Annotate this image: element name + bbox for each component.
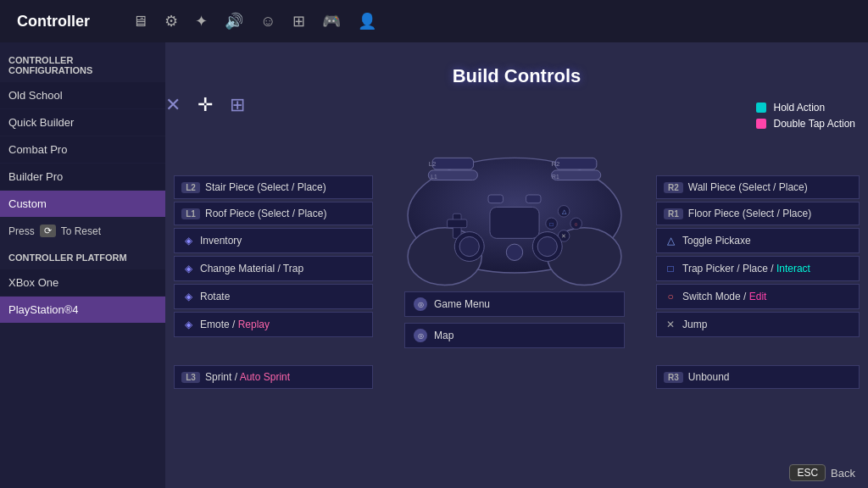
mode-plus-icon[interactable]: ✛ — [198, 94, 213, 116]
svg-rect-9 — [490, 208, 539, 239]
platform-ps4[interactable]: PlayStation®4 — [0, 297, 165, 323]
r3-action[interactable]: R3 Unbound — [656, 365, 860, 389]
svg-rect-5 — [432, 158, 473, 169]
auto-sprint-highlight: Auto Sprint — [240, 371, 290, 383]
nav-monitor-icon[interactable]: 🖥 — [132, 13, 147, 30]
rotate-icon: ◈ — [181, 290, 195, 303]
l1-label: Roof Piece (Select / Place) — [205, 208, 326, 219]
controller-area: L2 R2 L1 R1 △ ○ □ ✕ ◎ Game Menu — [373, 125, 656, 488]
svg-text:R1: R1 — [552, 174, 559, 180]
nav-sound-icon[interactable]: 🔊 — [225, 12, 243, 30]
top-nav-bar: Controller 🖥 ⚙ ✦ 🔊 ☺ ⊞ 🎮 👤 — [0, 0, 868, 42]
r3-badge: R3 — [664, 372, 683, 383]
game-menu-icon: ◎ — [414, 297, 427, 311]
unbound-label: Unbound — [688, 371, 730, 383]
nav-settings-icon[interactable]: ⚙ — [164, 12, 178, 30]
triangle-icon: △ — [664, 234, 677, 247]
inventory-label: Inventory — [200, 235, 242, 247]
change-material-action[interactable]: ◈ Change Material / Trap — [174, 256, 373, 281]
esc-label: Back — [831, 467, 855, 480]
trap-picker-action[interactable]: □ Trap Picker / Place / Interact — [656, 256, 860, 281]
map-label: Map — [434, 330, 453, 341]
rotate-label: Rotate — [200, 291, 230, 302]
reset-icon: ⟳ — [40, 225, 56, 237]
nav-accessibility-icon[interactable]: ☺ — [260, 13, 275, 30]
r2-action[interactable]: R2 Wall Piece (Select / Place) — [656, 175, 860, 199]
inventory-action[interactable]: ◈ Inventory — [174, 228, 373, 253]
map-button[interactable]: ◎ Map — [404, 323, 625, 348]
svg-text:✕: ✕ — [561, 233, 566, 239]
emote-action[interactable]: ◈ Emote / Replay — [174, 312, 373, 337]
svg-text:R2: R2 — [551, 160, 559, 168]
l1-badge: L1 — [181, 208, 200, 219]
square-icon: □ — [664, 262, 677, 275]
mode-grid-icon[interactable]: ⊞ — [230, 94, 245, 116]
controls-row: L2 Stair Piece (Select / Place) L1 Roof … — [165, 125, 868, 488]
esc-badge: ESC — [789, 464, 826, 481]
sprint-label: Sprint / Auto Sprint — [205, 371, 290, 383]
hold-action-dot — [756, 103, 766, 113]
l1-action[interactable]: L1 Roof Piece (Select / Place) — [174, 202, 373, 225]
nav-user-icon[interactable]: 👤 — [358, 12, 376, 30]
platform-xbox[interactable]: XBox One — [0, 269, 165, 296]
svg-text:L1: L1 — [431, 174, 437, 180]
controller-image: L2 R2 L1 R1 △ ○ □ ✕ — [383, 125, 646, 290]
switch-mode-label: Switch Mode / Edit — [682, 291, 766, 302]
switch-mode-action[interactable]: ○ Switch Mode / Edit — [656, 284, 860, 309]
inventory-icon: ◈ — [181, 234, 195, 247]
sidebar-item-old-school[interactable]: Old School — [0, 82, 165, 108]
r1-label: Floor Piece (Select / Place) — [688, 208, 811, 219]
svg-rect-6 — [555, 158, 596, 169]
sidebar-item-quick-builder[interactable]: Quick Builder — [0, 109, 165, 136]
left-sidebar: Controller Configurations Old School Qui… — [0, 42, 165, 488]
replay-highlight: Replay — [238, 319, 270, 330]
r1-action[interactable]: R1 Floor Piece (Select / Place) — [656, 202, 860, 225]
reset-button[interactable]: Press ⟳ To Reset — [0, 218, 165, 244]
circle-icon: ○ — [664, 290, 677, 303]
hold-action-label: Hold Action — [773, 102, 825, 114]
svg-rect-8 — [526, 195, 541, 203]
config-section-label: Controller Configurations — [0, 55, 165, 82]
change-material-icon: ◈ — [181, 262, 195, 275]
trap-picker-label: Trap Picker / Place / Interact — [682, 263, 810, 274]
jump-action[interactable]: ✕ Jump — [656, 312, 860, 337]
mode-x-icon[interactable]: ✕ — [165, 94, 181, 116]
rotate-action[interactable]: ◈ Rotate — [174, 284, 373, 309]
game-menu-button[interactable]: ◎ Game Menu — [404, 291, 625, 317]
toggle-pickaxe-label: Toggle Pickaxe — [682, 235, 751, 247]
page-title: Build Controls — [165, 65, 868, 87]
sidebar-item-custom[interactable]: Custom — [0, 191, 165, 217]
sprint-action[interactable]: L3 Sprint / Auto Sprint — [174, 365, 373, 389]
svg-text:L2: L2 — [429, 160, 437, 168]
nav-icons: 🖥 ⚙ ✦ 🔊 ☺ ⊞ 🎮 👤 — [132, 12, 376, 30]
svg-rect-7 — [488, 195, 503, 203]
nav-brightness-icon[interactable]: ✦ — [195, 12, 208, 30]
r2-badge: R2 — [664, 182, 683, 193]
x-icon: ✕ — [664, 318, 677, 331]
nav-controller-icon[interactable]: 🎮 — [322, 12, 341, 30]
back-button[interactable]: ESC Back — [789, 464, 855, 481]
r1-badge: R1 — [664, 208, 683, 219]
left-action-buttons: L2 Stair Piece (Select / Place) L1 Roof … — [174, 125, 373, 488]
change-material-label: Change Material / Trap — [200, 263, 303, 274]
interact-highlight: Interact — [776, 263, 810, 274]
l2-action[interactable]: L2 Stair Piece (Select / Place) — [174, 175, 373, 199]
toggle-pickaxe-action[interactable]: △ Toggle Pickaxe — [656, 228, 860, 253]
sidebar-item-combat-pro[interactable]: Combat Pro — [0, 136, 165, 163]
platform-section-label: Controller Platform — [0, 252, 165, 269]
l2-badge: L2 — [181, 182, 200, 193]
r2-label: Wall Piece (Select / Place) — [688, 181, 808, 193]
jump-label: Jump — [682, 319, 707, 330]
reset-suffix: To Reset — [61, 225, 101, 237]
sidebar-item-builder-pro[interactable]: Builder Pro — [0, 164, 165, 190]
svg-point-20 — [537, 236, 557, 256]
l2-label: Stair Piece (Select / Place) — [205, 181, 326, 193]
edit-highlight: Edit — [749, 291, 767, 302]
emote-icon: ◈ — [181, 318, 195, 331]
game-menu-label: Game Menu — [434, 298, 490, 310]
main-content: Controller Configurations Old School Qui… — [0, 42, 868, 488]
svg-rect-12 — [448, 219, 467, 228]
nav-network-icon[interactable]: ⊞ — [292, 12, 305, 30]
svg-text:□: □ — [550, 221, 554, 227]
reset-prefix: Press — [8, 225, 35, 237]
